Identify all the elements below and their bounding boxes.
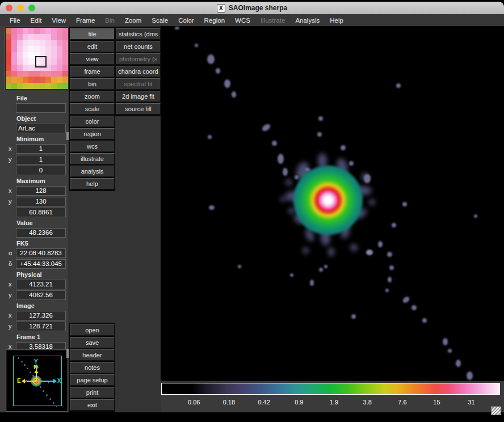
- button-panel: fileeditviewframebinzoomscalecolorregion…: [68, 26, 161, 412]
- pane-sash-lower[interactable]: [66, 349, 69, 358]
- object-input[interactable]: [16, 124, 66, 133]
- panel-file-button[interactable]: file: [70, 28, 115, 40]
- source-halo-blob: [280, 197, 285, 202]
- image-display[interactable]: [161, 26, 504, 381]
- file-exit-button[interactable]: exit: [70, 399, 115, 411]
- physical-x-input[interactable]: [16, 280, 66, 289]
- streak-blob: [207, 54, 215, 64]
- frame-label: Frame 1: [0, 332, 68, 341]
- dec-input[interactable]: [16, 259, 66, 269]
- magnifier-pixel: [34, 77, 40, 83]
- magnifier-pixel: [40, 28, 45, 34]
- magnifier-pixel: [23, 34, 28, 40]
- window-title: SAOImage sherpa: [229, 4, 287, 12]
- streak-blob: [209, 205, 215, 210]
- min-x-prefix: x: [9, 145, 16, 152]
- close-button[interactable]: [6, 5, 12, 11]
- image-y-input[interactable]: [16, 322, 66, 331]
- panel-illustrate-button[interactable]: illustrate: [70, 153, 115, 164]
- file-label: File: [0, 93, 68, 103]
- menu-analysis[interactable]: Analysis: [290, 17, 325, 24]
- panel-bin-button[interactable]: bin: [70, 78, 115, 90]
- min-y-input[interactable]: [16, 155, 66, 164]
- colorbar[interactable]: [161, 383, 500, 395]
- analysis-source-fill-button[interactable]: source fill: [116, 103, 161, 115]
- magnifier-pixel: [11, 65, 17, 71]
- magnifier-pixel: [51, 52, 57, 58]
- menu-frame[interactable]: Frame: [71, 17, 100, 24]
- max-value-input[interactable]: [16, 208, 66, 217]
- file-page-setup-button[interactable]: page setup: [70, 374, 115, 386]
- streak-blob: [310, 280, 314, 286]
- analysis-2d-image-fit-button[interactable]: 2d image fit: [116, 91, 161, 102]
- magnifier-pixel: [57, 71, 62, 77]
- magnifier-pixel: [51, 65, 57, 71]
- min-x-input[interactable]: [16, 144, 66, 154]
- file-open-button[interactable]: open: [70, 324, 115, 336]
- file-print-button[interactable]: print: [70, 387, 115, 398]
- panel-color-button[interactable]: color: [70, 116, 115, 127]
- magnifier-pixel: [62, 83, 68, 89]
- magnifier-pixel: [28, 28, 34, 34]
- menu-scale[interactable]: Scale: [146, 17, 173, 24]
- pane-sash[interactable]: [66, 132, 69, 140]
- file-notes-button[interactable]: notes: [70, 362, 115, 373]
- image-x-input[interactable]: [16, 311, 66, 320]
- panel-zoom-button[interactable]: zoom: [70, 91, 115, 102]
- zoom-button[interactable]: [28, 5, 35, 11]
- value-input[interactable]: [16, 228, 66, 238]
- min-value-input[interactable]: [16, 166, 66, 175]
- menu-region[interactable]: Region: [199, 17, 230, 24]
- menu-edit[interactable]: Edit: [26, 17, 47, 24]
- menu-zoom[interactable]: Zoom: [120, 17, 146, 24]
- physical-label: Physical: [0, 269, 68, 279]
- magnifier-pixel: [11, 58, 17, 65]
- magnifier-pixel: [28, 83, 34, 89]
- source-halo-blob: [285, 179, 292, 185]
- file-save-button[interactable]: save: [70, 337, 115, 348]
- compass-north-label: N: [33, 364, 37, 370]
- max-y-input[interactable]: [16, 197, 66, 206]
- panel-view-button[interactable]: view: [70, 53, 115, 65]
- menu-bin[interactable]: Bin: [100, 17, 120, 24]
- menu-file[interactable]: File: [5, 17, 26, 24]
- analysis-photometry-s-button[interactable]: photometry (s: [116, 53, 161, 65]
- menu-wcs[interactable]: WCS: [230, 17, 255, 24]
- menu-view[interactable]: View: [47, 17, 71, 24]
- panel-region-button[interactable]: region: [70, 128, 115, 140]
- panel-analysis-button[interactable]: analysis: [70, 166, 115, 177]
- file-button-column: opensaveheadernotespage setupprintexit: [69, 323, 115, 412]
- colorbar-tick: 1.9: [330, 399, 338, 406]
- compass-x-label: X: [57, 378, 61, 384]
- panel-frame-button[interactable]: frame: [70, 66, 115, 77]
- magnifier-pixel: [11, 52, 17, 58]
- max-x-input[interactable]: [16, 186, 66, 196]
- streak-blob: [448, 349, 452, 353]
- magnifier-pixel: [17, 77, 23, 83]
- img-x-prefix: x: [9, 312, 16, 319]
- magnifier-pixel: [6, 71, 11, 77]
- analysis-chandra-coord-button[interactable]: chandra coord: [116, 66, 161, 77]
- ra-input[interactable]: [16, 248, 66, 258]
- panner-panel[interactable]: Y N X E: [6, 350, 68, 411]
- panel-scale-button[interactable]: scale: [70, 103, 115, 115]
- analysis-statistics-dms-button[interactable]: statistics (dms: [116, 28, 161, 40]
- magnifier-pixel: [57, 34, 62, 40]
- menu-color[interactable]: Color: [173, 17, 199, 24]
- panel-edit-button[interactable]: edit: [70, 41, 115, 52]
- file-input[interactable]: [16, 103, 66, 113]
- panel-help-button[interactable]: help: [70, 178, 115, 189]
- analysis-button-column: statistics (dmsnet countsphotometry (sch…: [115, 27, 161, 116]
- analysis-spectral-fit-button[interactable]: spectral fit: [116, 78, 161, 90]
- resize-grip[interactable]: [491, 406, 501, 415]
- physical-y-input[interactable]: [16, 290, 66, 300]
- streak-blob: [261, 123, 272, 132]
- file-header-button[interactable]: header: [70, 349, 115, 361]
- analysis-net-counts-button[interactable]: net counts: [116, 41, 161, 52]
- menu-illustrate[interactable]: Illustrate: [255, 17, 290, 24]
- magnifier-panel[interactable]: [5, 27, 69, 90]
- menu-help[interactable]: Help: [325, 17, 348, 24]
- title-bar[interactable]: X SAOImage sherpa: [0, 2, 504, 15]
- minimize-button[interactable]: [17, 5, 24, 11]
- panel-wcs-button[interactable]: wcs: [70, 141, 115, 152]
